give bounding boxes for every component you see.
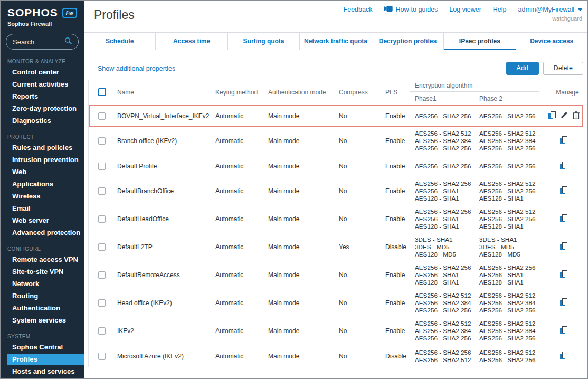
sidebar-item-network[interactable]: Network	[7, 278, 84, 290]
row-checkbox-cell	[89, 215, 112, 223]
row-checkbox-cell	[89, 299, 112, 307]
sidebar-item-sophos-central[interactable]: Sophos Central	[7, 342, 84, 353]
select-all-checkbox[interactable]	[98, 88, 106, 96]
sidebar-item-routing[interactable]: Routing	[7, 290, 84, 302]
row-checkbox[interactable]	[98, 271, 106, 279]
sidebar-item-profiles[interactable]: Profiles	[7, 354, 84, 365]
sidebar-item-advanced-protection[interactable]: Advanced protection	[7, 227, 84, 239]
topbar-link-feedback[interactable]: Feedback	[344, 6, 373, 13]
show-additional-properties-link[interactable]: Show additional properties	[98, 65, 175, 72]
delete-button[interactable]: Delete	[543, 62, 583, 75]
row-checkbox[interactable]	[98, 187, 106, 195]
pfs-cell: Enable	[380, 163, 410, 170]
column-header-compress: Compress	[334, 89, 380, 96]
phase1-cell: AES256 - SHA2 512AES256 - SHA2 384AES256…	[410, 292, 474, 314]
clone-button[interactable]	[560, 270, 567, 280]
profile-name-link[interactable]: DefaultHeadOffice	[117, 215, 169, 223]
clone-button[interactable]	[560, 298, 567, 308]
sidebar-item-rules-and-policies[interactable]: Rules and policies	[7, 142, 84, 154]
table-row-defaultbranchoffice: DefaultBranchOfficeAutomaticMain modeNoE…	[89, 177, 583, 205]
profile-name-link[interactable]: BOVPN_Virtual_Interface_IKEv2	[117, 112, 210, 120]
phase1-value: AES256 - SHA2 384	[415, 299, 474, 307]
sidebar-item-web[interactable]: Web	[7, 166, 84, 178]
clone-button[interactable]	[560, 162, 567, 171]
sidebar-item-site-to-site-vpn[interactable]: Site-to-site VPN	[7, 266, 84, 278]
profile-name-link[interactable]: Head office (IKEv2)	[117, 299, 172, 307]
add-button[interactable]: Add	[506, 62, 539, 75]
clone-button[interactable]	[560, 186, 567, 196]
clone-icon	[560, 270, 567, 280]
phase1-value: AES256 - SHA2 256	[415, 163, 474, 170]
tab-network-traffic-quota[interactable]: Network traffic quota	[300, 33, 372, 50]
row-checkbox[interactable]	[98, 243, 106, 251]
sidebar-item-applications[interactable]: Applications	[7, 178, 84, 190]
clone-icon	[548, 111, 556, 121]
compress-cell: No	[334, 137, 380, 145]
sidebar-section-label-system: SYSTEM	[1, 327, 84, 342]
tab-access-time[interactable]: Access time	[156, 33, 227, 50]
clone-button[interactable]	[548, 111, 556, 121]
row-checkbox[interactable]	[98, 327, 106, 335]
edit-button[interactable]	[561, 111, 568, 120]
profile-name-link[interactable]: DefaultL2TP	[117, 243, 153, 251]
clone-button[interactable]	[560, 326, 567, 336]
topbar-link-help[interactable]: Help	[493, 6, 507, 13]
sidebar-item-administration[interactable]: Administration	[7, 378, 84, 378]
phase2-cell: AES256 - SHA2 256	[474, 163, 547, 170]
row-checkbox[interactable]	[98, 353, 106, 360]
sidebar-item-diagnostics[interactable]: Diagnostics	[7, 115, 84, 127]
sidebar-item-email[interactable]: Email	[7, 203, 84, 214]
phase1-cell: AES256 - SHA2 256AES256 - SHA2 512	[410, 349, 474, 364]
authentication-mode-cell: Main mode	[263, 327, 334, 335]
clone-button[interactable]	[560, 136, 567, 146]
encryption-algorithm-label: Encryption algorithm	[410, 82, 539, 91]
sidebar-search-input[interactable]: Search	[6, 34, 79, 50]
sidebar-item-control-center[interactable]: Control center	[7, 67, 84, 78]
profile-name-link[interactable]: DefaultRemoteAccess	[117, 271, 180, 279]
tab-device-access[interactable]: Device access	[516, 33, 587, 50]
row-checkbox[interactable]	[98, 299, 106, 307]
clone-button[interactable]	[560, 242, 567, 252]
clone-icon	[560, 214, 567, 224]
compress-cell: No	[334, 163, 380, 170]
compress-cell: No	[334, 271, 380, 279]
sidebar-item-reports[interactable]: Reports	[7, 91, 84, 102]
sidebar-item-intrusion-prevention[interactable]: Intrusion prevention	[7, 154, 84, 166]
phase1-value: AES128 - MD5	[415, 251, 474, 258]
profile-name-link[interactable]: DefaultBranchOffice	[117, 187, 174, 195]
profile-name-link[interactable]: Default Profile	[117, 163, 157, 170]
tab-decryption-profiles[interactable]: Decryption profiles	[372, 33, 444, 50]
user-menu[interactable]: admin@MyFirewall	[518, 6, 582, 13]
profile-name-link[interactable]: Microsoft Azure (IKEv2)	[117, 353, 184, 360]
sidebar-item-system-services[interactable]: System services	[7, 315, 84, 326]
sidebar-item-zero-day-protection[interactable]: Zero-day protection	[7, 103, 84, 115]
phase2-value: AES256 - SHA2 384	[479, 137, 547, 145]
keying-method-cell: Automatic	[210, 215, 263, 223]
authentication-mode-cell: Main mode	[263, 299, 334, 307]
sidebar-item-web-server[interactable]: Web server	[7, 215, 84, 226]
topbar-link-log-viewer[interactable]: Log viewer	[449, 6, 481, 13]
row-checkbox[interactable]	[98, 215, 106, 223]
tab-schedule[interactable]: Schedule	[84, 33, 156, 50]
tab-ipsec-profiles[interactable]: IPsec profiles	[444, 33, 516, 50]
manage-cell	[547, 214, 583, 224]
row-checkbox[interactable]	[98, 137, 106, 145]
profile-name-link[interactable]: Branch office (IKEv2)	[117, 137, 177, 145]
profile-name-link[interactable]: IKEv2	[117, 327, 134, 335]
clone-button[interactable]	[560, 352, 567, 361]
profile-name-cell: Head office (IKEv2)	[112, 299, 210, 307]
sidebar-item-current-activities[interactable]: Current activities	[7, 79, 84, 90]
clone-button[interactable]	[560, 214, 567, 224]
row-checkbox[interactable]	[98, 112, 106, 120]
sidebar-item-remote-access-vpn[interactable]: Remote access VPN	[7, 254, 84, 266]
row-checkbox[interactable]	[98, 163, 106, 170]
sidebar-item-wireless[interactable]: Wireless	[7, 191, 84, 202]
authentication-mode-cell: Main mode	[263, 271, 334, 279]
tab-surfing-quota[interactable]: Surfing quota	[228, 33, 300, 50]
sidebar-item-authentication[interactable]: Authentication	[7, 302, 84, 314]
sidebar-item-hosts-and-services[interactable]: Hosts and services	[7, 366, 84, 377]
topbar-link-how-to-guides[interactable]: How-to guides	[384, 6, 438, 13]
clone-icon	[560, 186, 567, 196]
delete-button[interactable]	[573, 111, 580, 121]
phase2-value: AES256 - SHA2 256	[479, 163, 547, 170]
